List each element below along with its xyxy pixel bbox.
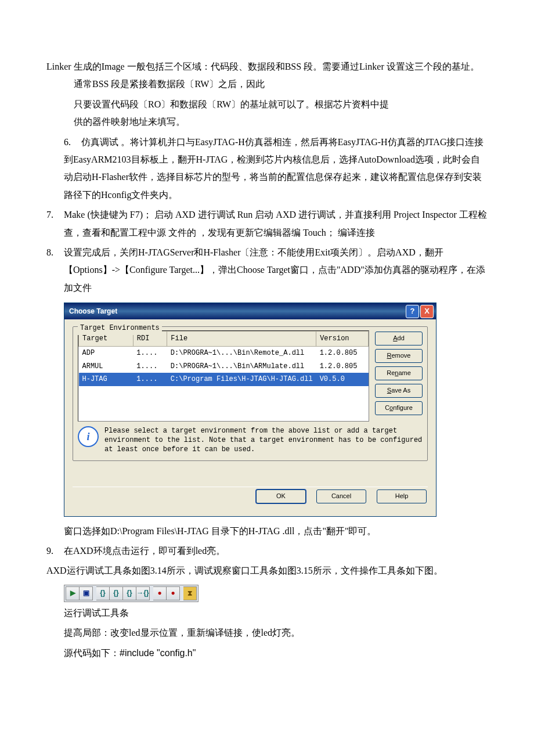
axd-run-toolbar: ▶ ▣ {} {} {} →{} ● ● ⧗ bbox=[64, 585, 199, 602]
body-text-after-dialog: 窗口选择如D:\Program Files\H-JTAG 目录下的H-JTAG … bbox=[46, 523, 488, 580]
close-icon[interactable]: X bbox=[420, 305, 434, 318]
add-button[interactable]: Add bbox=[375, 332, 423, 345]
ok-button[interactable]: OK bbox=[256, 489, 306, 503]
body-text-footer: 运行调试工具条 提高局部：改变led显示位置，重新编译链接，使led灯亮。 源代… bbox=[46, 604, 488, 662]
table-row[interactable]: ARMUL 1.... D:\PROGRA~1\...\Bin\ARMulate… bbox=[79, 360, 369, 373]
col-version[interactable]: Version bbox=[316, 332, 369, 347]
body-text: Linker 生成的Image 一般包括三个区域：代码段、数据段和BSS 段。需… bbox=[46, 58, 488, 297]
list-content-6: 仿真调试 。将计算机并口与EasyJTAG-H仿真器相连，然后再将EasyJTA… bbox=[46, 134, 488, 204]
run-to-cursor-icon[interactable]: →{} bbox=[136, 586, 150, 600]
breakpoint-toggle-icon[interactable]: ● bbox=[167, 586, 180, 600]
para-linker-2: 只要设置代码段〔RO〕和数据段〔RW〕的基址就可以了。根据芯片资料中提 供的器件… bbox=[46, 96, 488, 131]
remove-button[interactable]: Remove bbox=[375, 349, 423, 363]
document-page: Linker 生成的Image 一般包括三个区域：代码段、数据段和BSS 段。需… bbox=[0, 0, 534, 711]
list-item-8: 8. 设置完成后，关闭H-JTAGServer和H-Flasher〔注意：不能使… bbox=[46, 244, 488, 297]
list-content-8: 设置完成后，关闭H-JTAGServer和H-Flasher〔注意：不能使用Ex… bbox=[46, 244, 488, 297]
step-out-icon[interactable]: {} bbox=[123, 586, 136, 600]
list-number-7: 7. bbox=[46, 206, 64, 224]
dialog-titlebar[interactable]: Choose Target ? X bbox=[64, 303, 436, 319]
cancel-button[interactable]: Cancel bbox=[316, 489, 366, 503]
list-number-6: 6. bbox=[46, 134, 81, 151]
choose-target-dialog: Choose Target ? X Target Environments Ta… bbox=[64, 303, 436, 517]
help-icon[interactable]: ? bbox=[406, 305, 419, 318]
list-item-7: 7. Make (快捷键为 F7)； 启动 AXD 进行调试 Run 启动 AX… bbox=[46, 206, 488, 242]
para-source-code: 源代码如下：#include "config.h" bbox=[46, 645, 488, 662]
group-label: Target Environments bbox=[78, 322, 162, 335]
configure-button[interactable]: Configure bbox=[375, 401, 423, 415]
info-row: i Please select a target environment fro… bbox=[78, 426, 423, 455]
dialog-title: Choose Target bbox=[69, 305, 117, 318]
breakpoint-set-icon[interactable]: ● bbox=[153, 586, 167, 600]
stop-icon[interactable]: ▣ bbox=[80, 586, 93, 600]
side-buttons: Add Remove Rename Save As Configure bbox=[375, 330, 423, 422]
list-number-8: 8. bbox=[46, 244, 64, 261]
dialog-footer: OK Cancel Help bbox=[73, 487, 428, 508]
col-file[interactable]: File bbox=[167, 332, 316, 347]
para-improve: 提高局部：改变led显示位置，重新编译链接，使led灯亮。 bbox=[46, 624, 488, 642]
para-8b: 窗口选择如D:\Program Files\H-JTAG 目录下的H-JTAG … bbox=[46, 523, 488, 540]
list-item-9: 9. 在AXD环境点击运行，即可看到led亮。 bbox=[46, 542, 488, 560]
table-row[interactable]: ADP 1.... D:\PROGRA~1\...\Bin\Remote_A.d… bbox=[79, 346, 369, 359]
list-number-9: 9. bbox=[46, 542, 64, 560]
rename-button[interactable]: Rename bbox=[375, 366, 423, 380]
list-content-9: 在AXD环境点击运行，即可看到led亮。 bbox=[46, 542, 488, 560]
save-as-button[interactable]: Save As bbox=[375, 384, 423, 398]
hourglass-icon[interactable]: ⧗ bbox=[183, 586, 197, 600]
help-button[interactable]: Help bbox=[377, 489, 427, 503]
step-over-icon[interactable]: {} bbox=[110, 586, 123, 600]
toolbar-caption: 运行调试工具条 bbox=[46, 604, 488, 622]
list-content-7: Make (快捷键为 F7)； 启动 AXD 进行调试 Run 启动 AXD 进… bbox=[46, 206, 488, 242]
go-icon[interactable]: ▶ bbox=[66, 586, 80, 600]
target-table[interactable]: Target RDI File Version ADP 1.... D:\PRO… bbox=[78, 330, 369, 422]
dialog-body: Target Environments Target RDI File Vers… bbox=[64, 319, 436, 516]
list-item-6: 6. 仿真调试 。将计算机并口与EasyJTAG-H仿真器相连，然后再将Easy… bbox=[46, 134, 488, 204]
table-row-selected[interactable]: H-JTAG 1.... C:\Program Files\H-JTAG\H-J… bbox=[79, 373, 369, 386]
info-icon: i bbox=[78, 426, 99, 447]
para-linker-1: Linker 生成的Image 一般包括三个区域：代码段、数据段和BSS 段。需… bbox=[46, 58, 488, 93]
info-text: Please select a target environment from … bbox=[104, 426, 423, 455]
step-into-icon[interactable]: {} bbox=[96, 586, 110, 600]
target-environments-group: Target Environments Target RDI File Vers… bbox=[73, 326, 428, 461]
para-axd-toolbar-desc: AXD运行调试工具条如图3.14所示，调试观察窗口工具条如图3.15所示，文件操… bbox=[46, 562, 488, 579]
